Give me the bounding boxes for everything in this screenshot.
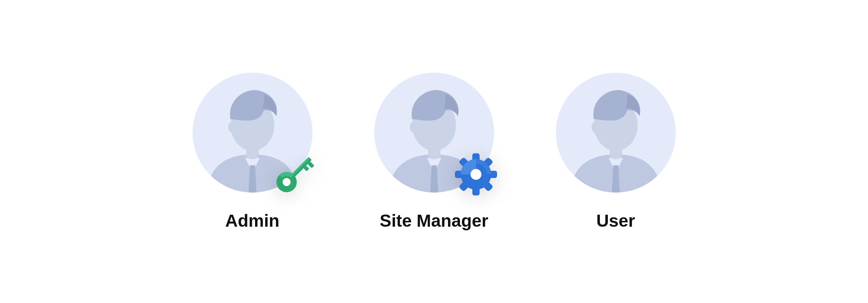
svg-point-4: [228, 121, 237, 133]
svg-point-15: [410, 121, 419, 133]
svg-rect-10: [291, 157, 310, 176]
avatar-user: [556, 73, 676, 193]
role-card-site-manager: Site Manager: [374, 73, 494, 231]
avatar-site-manager: [374, 73, 494, 193]
gear-icon: [451, 149, 501, 200]
svg-point-26: [592, 121, 600, 133]
role-cards-row: Admin: [0, 0, 868, 303]
svg-rect-5: [291, 157, 312, 178]
key-icon: [269, 149, 320, 200]
role-card-admin: Admin: [193, 73, 312, 231]
svg-point-21: [471, 169, 481, 180]
avatar-icon: [556, 73, 676, 193]
avatar-admin: [193, 73, 312, 193]
role-label-admin: Admin: [225, 211, 279, 231]
role-label-user: User: [596, 211, 635, 231]
role-label-site-manager: Site Manager: [380, 211, 488, 231]
role-card-user: User: [556, 73, 676, 231]
